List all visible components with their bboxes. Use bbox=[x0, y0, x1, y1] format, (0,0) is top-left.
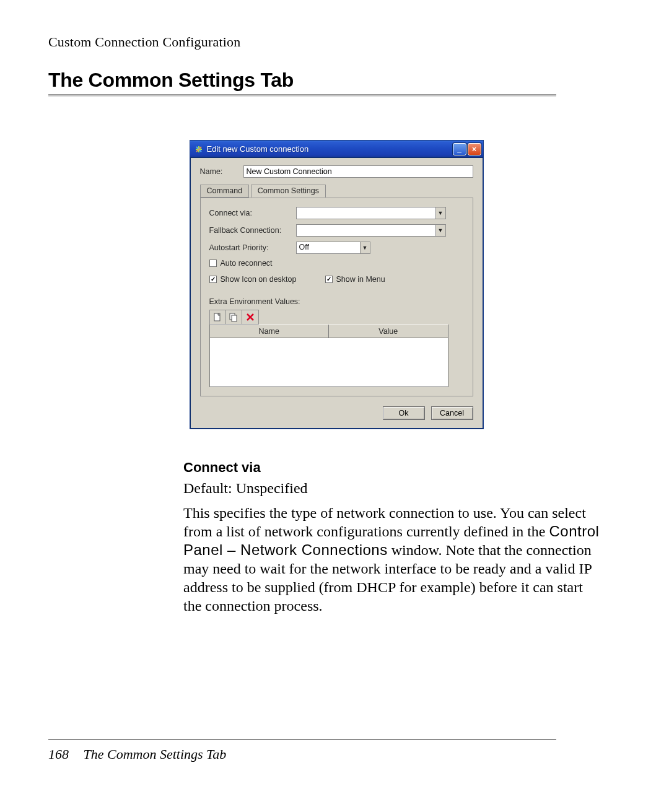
autostart-select[interactable]: Off ▼ bbox=[296, 242, 370, 254]
fallback-label: Fallback Connection: bbox=[209, 226, 296, 235]
default-line: Default: Unspecified bbox=[183, 479, 605, 497]
delete-icon[interactable] bbox=[242, 310, 258, 324]
chevron-down-icon: ▼ bbox=[435, 225, 445, 236]
name-input[interactable] bbox=[243, 165, 473, 178]
show-icon-checkbox[interactable] bbox=[209, 276, 217, 283]
desc-part-a: This specifies the type of network conne… bbox=[183, 505, 586, 539]
show-menu-label: Show in Menu bbox=[336, 275, 385, 284]
new-icon[interactable] bbox=[210, 310, 226, 324]
page-number: 168 bbox=[48, 746, 69, 762]
chevron-down-icon: ▼ bbox=[360, 242, 370, 253]
copy-icon[interactable] bbox=[226, 310, 242, 324]
ok-button[interactable]: Ok bbox=[383, 406, 425, 420]
tab-common-settings[interactable]: Common Settings bbox=[251, 185, 326, 198]
description-paragraph: This specifies the type of network conne… bbox=[183, 504, 605, 615]
page-footer: 168 The Common Settings Tab bbox=[48, 740, 624, 762]
env-col-value[interactable]: Value bbox=[329, 325, 448, 338]
close-button[interactable]: × bbox=[468, 143, 481, 155]
show-icon-label: Show Icon on desktop bbox=[221, 275, 297, 284]
main-heading: The Common Settings Tab bbox=[48, 69, 624, 92]
connect-via-label: Connect via: bbox=[209, 209, 296, 217]
auto-reconnect-checkbox[interactable] bbox=[209, 260, 217, 267]
page-header: Custom Connection Configuration bbox=[48, 34, 624, 50]
tab-panel-common: Connect via: ▼ Fallback Connection: ▼ Au… bbox=[200, 198, 473, 396]
tab-command[interactable]: Command bbox=[200, 185, 250, 198]
svg-rect-7 bbox=[232, 315, 237, 321]
footer-title: The Common Settings Tab bbox=[84, 746, 227, 762]
auto-reconnect-label: Auto reconnect bbox=[221, 259, 273, 268]
cancel-button[interactable]: Cancel bbox=[431, 406, 473, 420]
env-table: Name Value bbox=[209, 325, 448, 387]
titlebar: Edit new Custom connection _ × bbox=[190, 141, 483, 158]
name-label: Name: bbox=[200, 167, 243, 176]
autostart-label: Autostart Priority: bbox=[209, 243, 296, 252]
autostart-value: Off bbox=[299, 243, 309, 251]
env-table-body[interactable] bbox=[210, 338, 448, 386]
chevron-down-icon: ▼ bbox=[435, 207, 445, 219]
env-values-label: Extra Environment Values: bbox=[209, 297, 464, 306]
show-menu-checkbox[interactable] bbox=[325, 276, 333, 283]
window-title: Edit new Custom connection bbox=[207, 144, 453, 154]
minimize-button[interactable]: _ bbox=[453, 143, 466, 155]
env-col-name[interactable]: Name bbox=[210, 325, 330, 338]
dialog-window: Edit new Custom connection _ × Name: Com… bbox=[190, 140, 484, 429]
connect-via-select[interactable]: ▼ bbox=[296, 207, 446, 219]
subheading-connect-via: Connect via bbox=[183, 459, 605, 476]
fallback-select[interactable]: ▼ bbox=[296, 224, 446, 237]
app-icon bbox=[194, 144, 204, 154]
footer-rule bbox=[48, 740, 556, 740]
env-toolbar bbox=[209, 310, 259, 325]
body-text: Connect via Default: Unspecified This sp… bbox=[183, 459, 605, 615]
heading-rule bbox=[48, 94, 556, 97]
